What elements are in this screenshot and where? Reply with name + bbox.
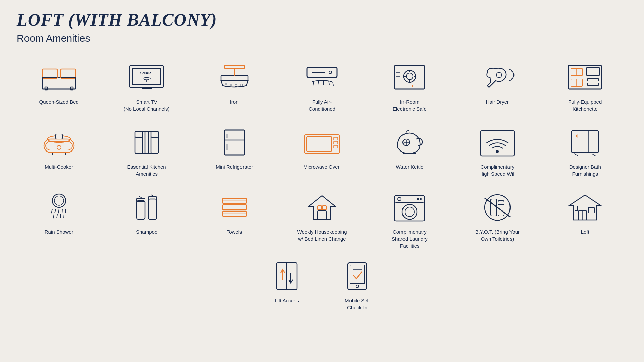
amenity-loft: Loft [543, 187, 627, 253]
svg-rect-132 [498, 201, 504, 205]
svg-rect-130 [491, 199, 497, 203]
svg-line-31 [333, 82, 333, 86]
svg-point-126 [420, 198, 422, 200]
svg-point-56 [57, 145, 61, 149]
smart-tv-label: Smart TV(No Local Channels) [124, 98, 170, 112]
amenity-multi-cooker: Multi-Cooker [17, 122, 101, 181]
mini-fridge-icon [214, 126, 255, 159]
amenity-laundry: ComplimentaryShared LaundryFacilities [368, 187, 452, 253]
amenity-air-conditioned: Fully Air-Conditioned [280, 57, 364, 116]
amenity-queen-bed: Queen-Sized Bed [17, 57, 101, 116]
svg-rect-119 [322, 206, 326, 210]
svg-rect-118 [318, 206, 322, 210]
amenity-microwave: Microwave Oven [280, 122, 364, 181]
svg-rect-52 [588, 83, 598, 86]
shampoo-label: Shampoo [136, 228, 157, 235]
svg-rect-129 [491, 199, 497, 216]
svg-line-91 [592, 154, 596, 156]
svg-point-85 [496, 150, 499, 153]
towels-icon [214, 191, 255, 224]
rain-shower-label: Rain Shower [45, 228, 73, 235]
amenity-rain-shower: Rain Shower [17, 187, 101, 253]
wifi-icon [477, 126, 518, 159]
svg-rect-144 [350, 265, 365, 284]
svg-rect-109 [148, 197, 157, 200]
microwave-label: Microwave Oven [303, 163, 341, 170]
towels-label: Towels [227, 228, 242, 235]
amenity-iron: Iron [192, 57, 276, 116]
svg-point-122 [402, 204, 417, 219]
svg-point-42 [496, 72, 502, 78]
bath-furnishings-icon [565, 126, 605, 159]
amenity-smart-tv: SMART Smart TV(No Local Channels) [104, 57, 189, 116]
kitchenette-label: Fully-EquippedKitchenette [568, 98, 602, 112]
svg-rect-76 [334, 137, 338, 140]
svg-point-145 [356, 285, 359, 288]
svg-rect-68 [151, 131, 158, 153]
amenities-grid: Queen-Sized Bed SMART Smart TV(No Local … [17, 57, 627, 253]
multi-cooker-icon [39, 126, 79, 159]
amenity-kitchen-amenities: Essential KitchenAmenities [104, 122, 189, 181]
svg-line-90 [574, 154, 578, 156]
mini-fridge-label: Mini Refrigerator [216, 163, 253, 170]
air-conditioned-label: Fully Air-Conditioned [309, 98, 335, 112]
svg-line-101 [53, 214, 54, 218]
svg-line-104 [64, 214, 64, 218]
svg-point-124 [398, 197, 401, 201]
svg-rect-40 [396, 72, 400, 75]
multi-cooker-label: Multi-Cooker [45, 163, 73, 170]
amenity-mini-fridge: Mini Refrigerator [192, 122, 276, 181]
bottom-amenities-row: Lift Access Mobile SelfCheck-In [17, 256, 627, 314]
amenity-lift: Lift Access [265, 256, 309, 314]
svg-rect-32 [394, 66, 425, 89]
svg-rect-105 [137, 201, 145, 219]
amenity-electronic-safe: In-RoomElectronic Safe [368, 57, 452, 116]
lift-icon [267, 259, 307, 293]
amenity-byot: B.Y.O.T. (Bring YourOwn Toiletries) [455, 187, 539, 253]
housekeeping-icon [302, 191, 342, 224]
svg-rect-6 [70, 87, 73, 90]
svg-rect-106 [137, 198, 145, 202]
svg-line-98 [58, 209, 59, 213]
hair-dryer-label: Hair Dryer [486, 98, 509, 105]
amenity-towels: Towels [192, 187, 276, 253]
svg-point-20 [230, 84, 232, 86]
amenity-water-kettle: Water Kettle [368, 122, 452, 181]
housekeeping-label: Weekly Housekeepingw/ Bed Linen Change [297, 228, 347, 242]
amenity-kitchenette: Fully-EquippedKitchenette [543, 57, 627, 116]
svg-point-22 [240, 84, 242, 86]
svg-point-123 [405, 207, 414, 217]
svg-line-100 [65, 209, 66, 213]
svg-rect-7 [130, 66, 163, 87]
byot-icon [477, 191, 518, 224]
svg-point-25 [329, 71, 332, 74]
svg-rect-60 [135, 131, 142, 153]
checkin-label: Mobile SelfCheck-In [345, 297, 370, 311]
svg-line-97 [55, 209, 56, 213]
svg-point-34 [406, 73, 413, 80]
svg-rect-86 [572, 131, 598, 153]
svg-rect-69 [151, 131, 158, 137]
kitchenette-icon [565, 61, 605, 94]
amenity-housekeeping: Weekly Housekeepingw/ Bed Linen Change [280, 187, 364, 253]
amenity-bath-furnishings: Designer BathFurnishings [543, 122, 627, 181]
svg-rect-13 [224, 66, 245, 68]
svg-point-10 [146, 80, 147, 82]
rain-shower-icon [39, 191, 79, 224]
smart-tv-icon: SMART [126, 61, 167, 94]
svg-line-128 [485, 198, 510, 217]
svg-line-103 [60, 214, 61, 218]
svg-text:SMART: SMART [140, 71, 153, 75]
svg-rect-5 [45, 87, 48, 90]
svg-point-125 [417, 198, 419, 200]
kitchen-amenities-label: Essential KitchenAmenities [127, 163, 166, 177]
wifi-label: ComplimentaryHigh Speed Wifi [479, 163, 516, 177]
svg-rect-39 [407, 85, 412, 87]
queen-bed-label: Queen-Sized Bed [39, 98, 79, 105]
electronic-safe-icon [389, 61, 430, 94]
lift-label: Lift Access [275, 297, 299, 304]
svg-rect-59 [56, 134, 62, 139]
hair-dryer-icon [477, 61, 518, 94]
svg-line-27 [313, 82, 314, 86]
iron-label: Iron [230, 98, 239, 105]
